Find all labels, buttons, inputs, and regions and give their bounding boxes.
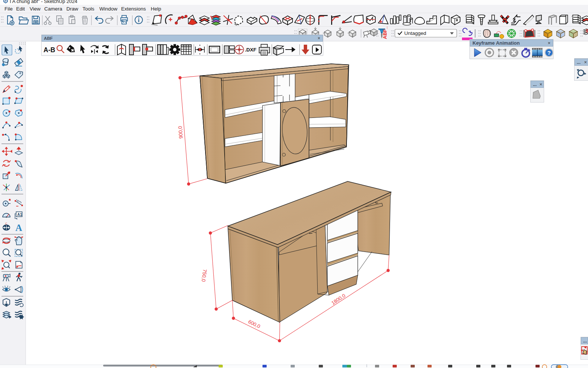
svg-text:A-B: A-B <box>44 46 55 54</box>
svg-text:750,0: 750,0 <box>201 269 208 282</box>
svg-text:.DXF: .DXF <box>245 47 256 53</box>
svg-text:900,0: 900,0 <box>177 126 184 139</box>
svg-text:600,0: 600,0 <box>247 319 261 329</box>
svg-text:1800,0: 1800,0 <box>330 293 346 306</box>
svg-text:?: ? <box>547 50 550 56</box>
